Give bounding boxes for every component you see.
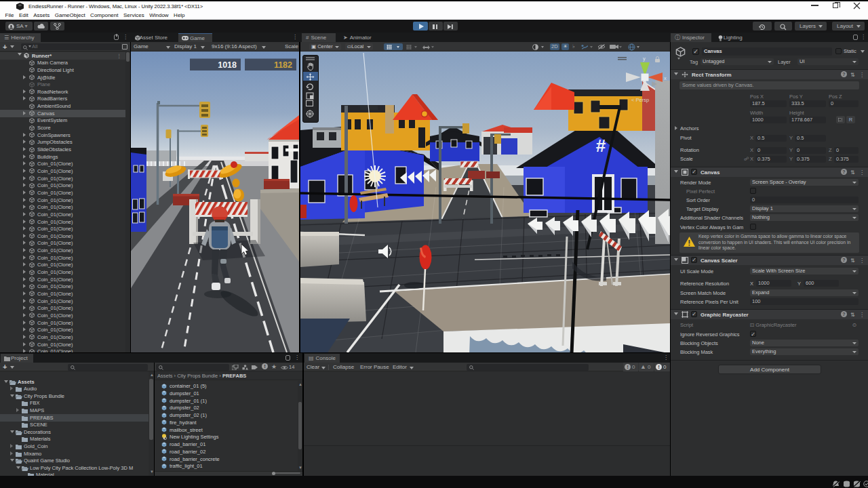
svg-text:x: x — [664, 75, 667, 81]
svg-text:y: y — [643, 56, 646, 62]
svg-text:#: # — [596, 136, 606, 156]
svg-text:1182: 1182 — [274, 60, 292, 70]
svg-text:< Persp: < Persp — [631, 97, 649, 103]
svg-text:1018: 1018 — [218, 60, 237, 70]
